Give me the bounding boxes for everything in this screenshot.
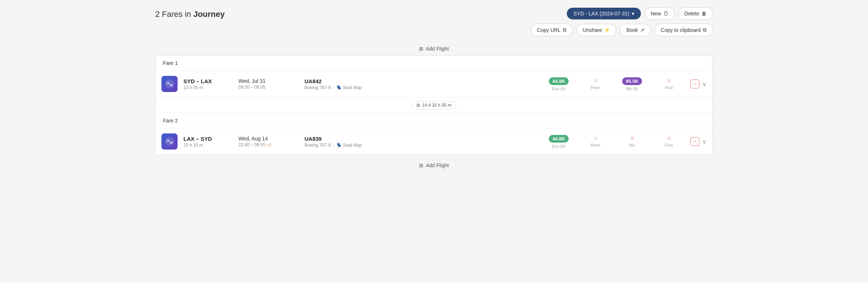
unshare-label: Unshare [583, 27, 602, 33]
fare-2-first-label: First [665, 143, 672, 147]
fare-2-route-code: LAX – SYD [183, 136, 231, 142]
add-flight-icon-bottom: ⊞ [419, 162, 423, 168]
fare-1-flight-row: SYD – LAX 13 h 35 m Wed, Jul 31 09:30 – … [156, 71, 712, 98]
fare-1-biz-price[interactable]: 95.5K [622, 77, 642, 85]
fare-1-date: Wed, Jul 31 09:30 – 06:05 [238, 78, 297, 90]
new-button[interactable]: New 🗒 [645, 7, 675, 20]
minus-icon-1: − [693, 81, 696, 87]
fare-2-prem-na-icon: ✕ [593, 136, 598, 142]
fare-2-biz-na-icon: ✕ [630, 136, 635, 142]
copy-to-clipboard-button[interactable]: Copy to clipboard ⧉ [654, 23, 713, 36]
fare-2-flight-details: UA839 Boeing 787-9 · 💺 Seat Map [304, 136, 539, 148]
book-label: Book [626, 27, 638, 33]
fare-2-seat-map-link[interactable]: 💺 Seat Map [336, 143, 362, 148]
fare-2-flight-row: LAX – SYD 15 h 15 m Wed, Aug 14 22:40 – … [156, 128, 712, 155]
fare-2-expand-button[interactable]: ∨ [702, 138, 707, 145]
fare-2-seat-map-text: Seat Map [343, 143, 362, 148]
fare-1-seat-map-link[interactable]: 💺 Seat Map [336, 85, 362, 90]
fare-2-flight-sub: Boeing 787-9 · 💺 Seat Map [304, 143, 539, 148]
copy-url-button[interactable]: Copy URL ⧉ [531, 23, 573, 36]
chevron-down-icon-1: ∨ [702, 81, 707, 87]
fare-1-biz-label: Biz (8) [626, 87, 638, 91]
new-label: New [651, 11, 661, 16]
fare-1-expand-button[interactable]: ∨ [702, 81, 707, 88]
fare-2-eco: 44.8K Eco (9) [546, 135, 572, 148]
fare-1-eco-label: Eco (9) [552, 87, 565, 91]
fare-2-first-na-icon: ✕ [667, 136, 671, 142]
fare-1-prem: ✕ Prem [583, 78, 608, 90]
seat-icon-1: 💺 [336, 85, 342, 90]
delete-label: Delete [685, 11, 699, 16]
add-flight-icon-top: ⊞ [419, 46, 423, 52]
fare-separator: ⊞ ⊞ 14 d 16 h 35 m 14 d 16 h 35 m [156, 98, 712, 113]
fare-2-remove-button[interactable]: − [690, 137, 699, 146]
fare-1-route: SYD – LAX 13 h 35 m [183, 78, 231, 90]
dropdown-arrow-icon: ▾ [632, 11, 634, 16]
minus-icon-2: − [693, 139, 696, 144]
page-title: 2 Fares in Journey [155, 7, 225, 19]
fare-2-biz: ✕ Biz [619, 136, 645, 147]
dot-separator-2: · [333, 143, 334, 148]
airline-logo-1 [161, 76, 178, 92]
delete-button[interactable]: Delete 🗑 [678, 7, 713, 20]
fare-1-prem-na-icon: ✕ [593, 78, 598, 84]
united-airlines-logo [164, 79, 175, 89]
add-flight-text-top: Add Flight [426, 46, 449, 52]
fare-1-times-text: 09:30 – 06:05 [238, 85, 265, 90]
fare-2-header: Fare 2 [156, 113, 712, 128]
fare-2-prem: ✕ Prem [583, 136, 608, 147]
copy-url-label: Copy URL [537, 27, 561, 33]
bottom-buttons: Copy URL ⧉ Unshare ⚡ Book ↗ Copy to clip… [531, 23, 713, 36]
page-container: 2 Fares in Journey SYD - LAX (2024-07-31… [144, 0, 724, 179]
fare-2-prem-label: Prem [591, 143, 600, 147]
fare-1-first-label: First [665, 85, 672, 90]
fare-1-eco: 44.8K Eco (9) [546, 77, 572, 91]
fare-1-flight-number: UA842 [304, 78, 539, 84]
add-flight-text-bottom: Add Flight [426, 162, 449, 168]
journey-selector-label: SYD - LAX (2024-07-31) [573, 11, 630, 16]
fare-1-first: ✕ First [656, 78, 682, 90]
fare-2-duration: 15 h 15 m [183, 143, 231, 148]
fare-1-aircraft: Boeing 787-9 [304, 85, 331, 90]
copy-to-clipboard-label: Copy to clipboard [661, 27, 701, 33]
fare-2-price-group: 44.8K Eco (9) ✕ Prem ✕ Biz ✕ First [546, 135, 682, 148]
fare-1-label: Fare 1 [163, 60, 178, 66]
add-flight-top[interactable]: ⊞ ⊞ Add Flight Add Flight [155, 42, 713, 55]
fare-1-first-na-icon: ✕ [667, 78, 671, 84]
airline-logo-2 [161, 133, 178, 150]
fare-1-route-code: SYD – LAX [183, 78, 231, 84]
separator-plus-icon: ⊞ [416, 103, 420, 108]
fare-2-flight-number: UA839 [304, 136, 539, 142]
united-airlines-logo-2 [164, 136, 175, 147]
fare-1-row-actions: − ∨ [690, 80, 707, 88]
fare-1-price-group: 44.8K Eco (9) ✕ Prem 95.5K Biz (8) ✕ Fir… [546, 77, 682, 91]
fare-2-row-actions: − ∨ [690, 137, 707, 146]
trash-icon: 🗑 [701, 11, 707, 16]
fare-2-eco-price[interactable]: 44.8K [549, 135, 569, 143]
fare-1-biz: 95.5K Biz (8) [619, 77, 645, 91]
fare-2-date: Wed, Aug 14 22:40 – 06:55 +2 [238, 136, 297, 147]
external-link-icon: ↗ [640, 27, 645, 33]
top-buttons: SYD - LAX (2024-07-31) ▾ New 🗒 Delete 🗑 [567, 7, 713, 20]
unshare-button[interactable]: Unshare ⚡ [576, 24, 616, 36]
clipboard-icon: ⧉ [703, 27, 707, 33]
header-row: 2 Fares in Journey SYD - LAX (2024-07-31… [155, 7, 713, 36]
fare-1-seat-map-text: Seat Map [343, 85, 362, 90]
header-right: SYD - LAX (2024-07-31) ▾ New 🗒 Delete 🗑 … [531, 7, 713, 36]
fare-1-remove-button[interactable]: − [690, 80, 699, 88]
add-flight-bottom[interactable]: ⊞ Add Flight [155, 159, 713, 172]
fare-1-eco-price[interactable]: 44.8K [549, 77, 569, 85]
fare-2-times: 22:40 – 06:55 +2 [238, 142, 297, 147]
fare-1-date-main: Wed, Jul 31 [238, 78, 297, 84]
fare-2-label: Fare 2 [163, 118, 178, 124]
fare-1-prem-label: Prem [591, 85, 600, 90]
new-doc-icon: 🗒 [663, 11, 668, 16]
journey-selector-button[interactable]: SYD - LAX (2024-07-31) ▾ [567, 8, 641, 19]
fare-1-duration: 13 h 35 m [183, 85, 231, 90]
fare-1-times: 09:30 – 06:05 [238, 85, 297, 90]
title-prefix: 2 Fares in [155, 10, 193, 19]
seat-icon-2: 💺 [336, 143, 342, 148]
book-button[interactable]: Book ↗ [620, 24, 651, 36]
fare-2-times-plus: +2 [267, 143, 271, 147]
fare-2-date-main: Wed, Aug 14 [238, 136, 297, 142]
